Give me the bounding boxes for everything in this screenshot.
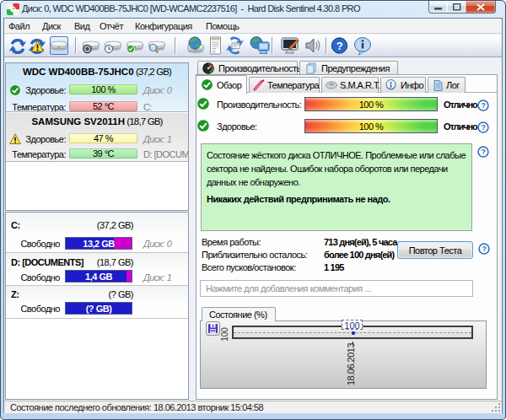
svg-text:?: ? [481,123,485,132]
svg-text:?: ? [481,148,485,156]
svg-text:?: ? [481,101,485,110]
svg-text:?: ? [336,40,343,52]
svg-text:?: ? [482,245,486,253]
